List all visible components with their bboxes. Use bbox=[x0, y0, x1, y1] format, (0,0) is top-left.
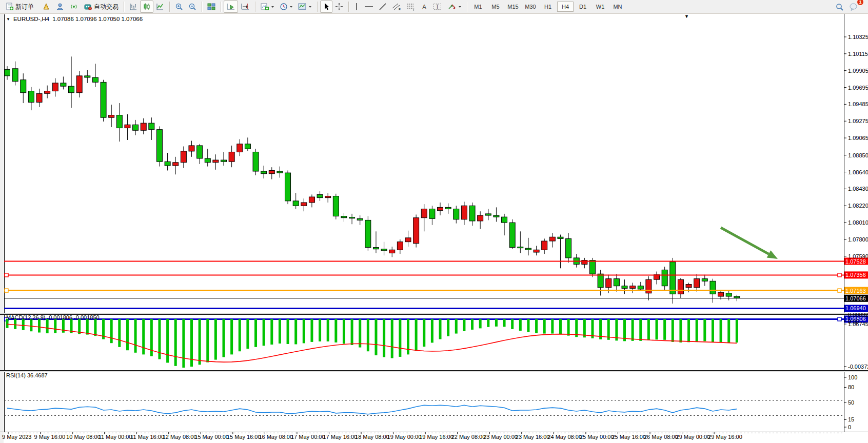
macd-bar bbox=[672, 319, 674, 342]
candle-body bbox=[341, 216, 347, 218]
candle-body bbox=[5, 69, 10, 76]
candle-body bbox=[245, 144, 250, 149]
macd-bar bbox=[134, 319, 137, 353]
x-tick-label: 17 May 00:00 bbox=[291, 434, 325, 440]
autotrading-button[interactable]: 自动交易 bbox=[81, 1, 121, 13]
y-tick-label: 1.09485 bbox=[848, 101, 868, 107]
timeframe-D1[interactable]: D1 bbox=[575, 2, 591, 12]
hline-marker-left[interactable] bbox=[5, 273, 8, 277]
macd-bar bbox=[46, 319, 49, 333]
timeframe-H4[interactable]: H4 bbox=[557, 2, 574, 12]
macd-scale-label: 0.00 bbox=[848, 318, 859, 325]
hline-marker-right[interactable] bbox=[838, 273, 841, 277]
macd-bar bbox=[118, 319, 121, 347]
rsi-indicator-label: RSI(14) 36.4687 bbox=[6, 372, 48, 378]
macd-bar bbox=[495, 319, 498, 327]
candle-body bbox=[542, 241, 547, 250]
candle-body bbox=[61, 83, 66, 86]
macd-bar bbox=[527, 319, 529, 332]
candle-body bbox=[429, 209, 435, 219]
macd-bar bbox=[712, 319, 714, 342]
candle-body bbox=[509, 223, 515, 247]
macd-bar bbox=[279, 319, 281, 344]
timeframe-MN[interactable]: MN bbox=[609, 2, 626, 12]
chart-surface[interactable]: 1.075281.073561.071631.070661.069401.068… bbox=[0, 13, 868, 443]
arrows-tool-button[interactable] bbox=[445, 1, 464, 13]
templates-button[interactable] bbox=[295, 1, 314, 13]
new-order-button[interactable]: 新订单 bbox=[3, 1, 36, 13]
vertical-line-button[interactable] bbox=[351, 1, 362, 13]
crosshair-button[interactable] bbox=[332, 1, 346, 13]
candle-body bbox=[686, 285, 692, 288]
market-button[interactable] bbox=[53, 1, 67, 13]
macd-bar bbox=[543, 319, 546, 334]
zoom-out-button[interactable] bbox=[186, 1, 199, 13]
candle-body bbox=[630, 286, 636, 289]
search-button[interactable] bbox=[833, 1, 846, 13]
tile-windows-button[interactable] bbox=[205, 1, 218, 13]
auto-scroll-button[interactable] bbox=[224, 1, 238, 13]
hline-marker-right[interactable] bbox=[838, 289, 841, 292]
add-indicator-button[interactable] bbox=[258, 1, 277, 13]
x-tick-label: 11 May 16:00 bbox=[130, 434, 164, 440]
signals-button[interactable] bbox=[67, 1, 81, 13]
candlestick-chart-button[interactable] bbox=[140, 1, 153, 13]
macd-bar bbox=[327, 319, 329, 341]
x-tick-label: 19 May 16:00 bbox=[419, 434, 453, 440]
equidistant-channel-button[interactable]: E bbox=[389, 1, 404, 13]
collapse-triangle-icon[interactable]: ▼ bbox=[6, 17, 10, 22]
fibonacci-button[interactable]: F bbox=[404, 1, 418, 13]
notifications-button[interactable]: 1 bbox=[846, 1, 861, 13]
symbol-period-label: EURUSD-,H4 bbox=[13, 16, 49, 22]
arrows-icon bbox=[447, 3, 457, 11]
cursor-button[interactable] bbox=[320, 1, 332, 13]
price-tag-text: 1.07066 bbox=[845, 295, 866, 301]
text-label-button[interactable]: T bbox=[430, 1, 445, 13]
bar-chart-button[interactable] bbox=[127, 1, 140, 13]
candle-body bbox=[589, 260, 595, 274]
horizontal-line-button[interactable] bbox=[362, 1, 376, 13]
y-tick-label: 1.08850 bbox=[848, 152, 868, 158]
timeframe-M5[interactable]: M5 bbox=[487, 2, 504, 12]
candle-body bbox=[229, 152, 234, 162]
line-chart-button[interactable] bbox=[153, 1, 167, 13]
x-tick-label: 26 May 08:00 bbox=[644, 434, 678, 440]
x-tick-label: 12 May 08:00 bbox=[163, 434, 197, 440]
macd-bar bbox=[142, 319, 145, 354]
timeframe-M15[interactable]: M15 bbox=[505, 2, 521, 12]
macd-bar bbox=[319, 319, 321, 341]
trendline-button[interactable] bbox=[376, 1, 389, 13]
price-tag-text: 1.07356 bbox=[845, 272, 866, 278]
timeframe-M1[interactable]: M1 bbox=[470, 2, 486, 12]
timeframe-H1[interactable]: H1 bbox=[540, 2, 556, 12]
candle-body bbox=[614, 279, 619, 286]
y-tick-label: 1.08640 bbox=[848, 169, 868, 175]
signal-icon bbox=[70, 3, 78, 11]
chart-shift-button[interactable] bbox=[238, 1, 252, 13]
macd-bar bbox=[487, 319, 489, 327]
macd-bar bbox=[310, 319, 313, 342]
hline-marker-right[interactable] bbox=[838, 317, 841, 321]
candle-body bbox=[421, 209, 427, 218]
periods-button[interactable] bbox=[277, 1, 295, 13]
separator bbox=[221, 2, 221, 12]
x-tick-label: 9 May 2023 bbox=[2, 434, 31, 440]
y-tick-label: 1.09275 bbox=[848, 118, 868, 124]
hline-marker-left[interactable] bbox=[5, 289, 8, 292]
new-order-icon bbox=[6, 3, 14, 11]
candle-body bbox=[21, 80, 26, 93]
timeframe-W1[interactable]: W1 bbox=[592, 2, 608, 12]
macd-bar bbox=[30, 319, 32, 331]
candle-body bbox=[478, 215, 483, 221]
rsi-scale-label: 0 bbox=[848, 424, 851, 430]
candle-body bbox=[710, 281, 716, 294]
timeframe-M30[interactable]: M30 bbox=[522, 2, 539, 12]
ohlc-values: 1.07086 1.07096 1.07050 1.07066 bbox=[52, 16, 143, 22]
text-button[interactable]: A bbox=[418, 1, 430, 13]
zoom-in-button[interactable] bbox=[172, 1, 186, 13]
macd-bar bbox=[38, 319, 41, 333]
metaeditor-button[interactable] bbox=[40, 1, 53, 13]
candle-body bbox=[293, 201, 299, 206]
candle-body bbox=[197, 146, 203, 158]
macd-bar bbox=[720, 319, 722, 343]
